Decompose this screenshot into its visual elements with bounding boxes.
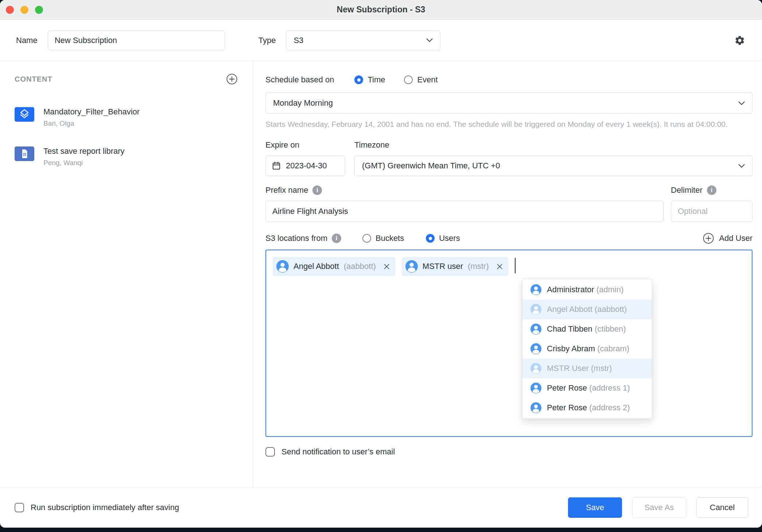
add-content-button[interactable] [226,74,237,85]
delimiter-input[interactable] [671,201,753,222]
send-notification-checkbox[interactable] [265,447,275,457]
add-user-button[interactable]: Add User [703,233,753,244]
type-select[interactable]: S3 [286,31,440,50]
info-icon[interactable]: i [707,185,716,195]
cancel-button[interactable]: Cancel [696,497,748,518]
chip-user-username: (aabbott) [344,262,376,271]
user-option[interactable]: Administrator (admin) [522,280,652,300]
schedule-description: Starts Wednesday, February 14, 2001 and … [265,118,750,130]
expire-date-value: 2023-04-30 [286,161,327,171]
timezone-select[interactable]: (GMT) Greenwich Mean Time, UTC +0 [354,156,753,176]
user-option[interactable]: MSTR User (mstr) [522,359,652,378]
title-bar: New Subscription - S3 [0,0,762,20]
info-icon[interactable]: i [332,234,341,243]
user-option[interactable]: Peter Rose (address 2) [522,398,652,418]
content-item-owner: Peng, Wanqi [43,159,125,167]
user-option[interactable]: Angel Abbott (aabbott) [522,300,652,319]
radio-buckets-control [362,234,371,243]
user-option-username: (cabram) [597,344,629,353]
radio-event[interactable]: Event [404,75,438,85]
content-section-title: CONTENT [15,75,53,83]
remove-chip-icon[interactable] [384,264,389,269]
remove-chip-icon[interactable] [497,264,502,269]
chevron-down-icon [426,38,433,42]
footer-bar: Run subscription immediately after savin… [0,487,762,528]
user-avatar-icon [405,260,418,273]
user-option[interactable]: Peter Rose (address 1) [522,378,652,398]
user-avatar-icon [530,343,541,354]
user-option-name: Peter Rose [547,403,587,412]
radio-buckets-label: Buckets [376,234,404,243]
expire-field: Expire on 2023-04-30 [265,140,345,176]
header-form-row: Name Type S3 [0,20,762,61]
radio-time-label: Time [368,75,385,85]
user-option-username: (ctibben) [595,324,626,333]
user-avatar-icon [530,383,541,394]
run-immediately-checkbox[interactable] [15,503,24,512]
type-select-value: S3 [293,36,303,45]
close-window-button[interactable] [6,6,14,14]
notify-row: Send notification to user’s email [265,447,753,457]
dossier-icon [15,107,34,122]
radio-time-control [354,75,363,84]
type-label: Type [258,36,276,45]
chip-user-name: Angel Abbott [293,262,339,271]
user-option-username: (address 1) [589,383,630,392]
name-input[interactable] [48,31,225,50]
user-avatar-icon [530,324,541,335]
save-button[interactable]: Save [568,497,622,518]
gear-icon[interactable] [734,35,745,46]
report-icon [15,146,34,161]
prefix-name-label: Prefix name [265,185,308,195]
send-notification-label: Send notification to user’s email [281,447,395,457]
minimize-window-button[interactable] [20,6,28,14]
schedule-select[interactable]: Monday Morning [265,93,753,114]
radio-event-control [404,75,413,84]
recipient-chip: MSTR user (mstr) [402,257,508,276]
prefix-name-input[interactable] [265,201,664,222]
recipients-input-area[interactable]: Angel Abbott (aabbott) [265,250,753,437]
user-option[interactable]: Chad Tibben (ctibben) [522,319,652,339]
timezone-select-value: (GMT) Greenwich Mean Time, UTC +0 [362,161,500,171]
timezone-field: Timezone (GMT) Greenwich Mean Time, UTC … [354,140,753,176]
chevron-down-icon [738,101,745,105]
run-immediately-label: Run subscription immediately after savin… [31,503,179,512]
user-option-name: MSTR User [547,364,589,373]
radio-time[interactable]: Time [354,75,385,85]
calendar-icon [272,161,281,171]
delimiter-label: Delimiter [671,185,703,195]
recipient-chip: Angel Abbott (aabbott) [273,257,395,276]
schedule-based-on-label: Schedule based on [265,75,334,85]
radio-users-label: Users [439,234,460,243]
expire-on-label: Expire on [265,140,299,150]
user-option[interactable]: Crisby Abram (cabram) [522,339,652,359]
content-sidebar: CONTENT [0,61,253,487]
save-as-button[interactable]: Save As [632,497,686,518]
radio-buckets[interactable]: Buckets [362,234,404,243]
radio-users-control [426,234,435,243]
timezone-label: Timezone [354,140,389,150]
content-item-owner: Bari, Olga [43,120,140,128]
user-option-name: Crisby Abram [547,344,595,353]
user-avatar-icon [276,260,289,273]
user-avatar-icon [530,304,541,315]
zoom-window-button[interactable] [35,6,43,14]
content-item[interactable]: Mandatory_Filter_Behavior Bari, Olga [15,107,237,128]
add-user-label: Add User [719,234,753,243]
content-item[interactable]: Test save report library Peng, Wanqi [15,146,237,167]
expire-date-picker[interactable]: 2023-04-30 [265,156,345,176]
radio-event-label: Event [417,75,438,85]
radio-users[interactable]: Users [426,234,460,243]
prefix-field: Prefix name i [265,185,664,222]
name-label: Name [16,36,38,45]
user-option-name: Administrator [547,285,594,294]
user-option-name: Angel Abbott [547,305,592,314]
info-icon[interactable]: i [312,185,322,195]
user-suggestion-dropdown: Administrator (admin) Angel Abbott (aabb… [522,279,652,419]
chip-user-name: MSTR user [423,262,463,271]
schedule-select-value: Monday Morning [273,98,333,108]
user-avatar-icon [530,402,541,413]
window-title: New Subscription - S3 [337,5,425,15]
subscription-settings-panel: Schedule based on Time Event Monday Morn… [253,61,762,487]
content-item-title: Mandatory_Filter_Behavior [43,107,140,117]
